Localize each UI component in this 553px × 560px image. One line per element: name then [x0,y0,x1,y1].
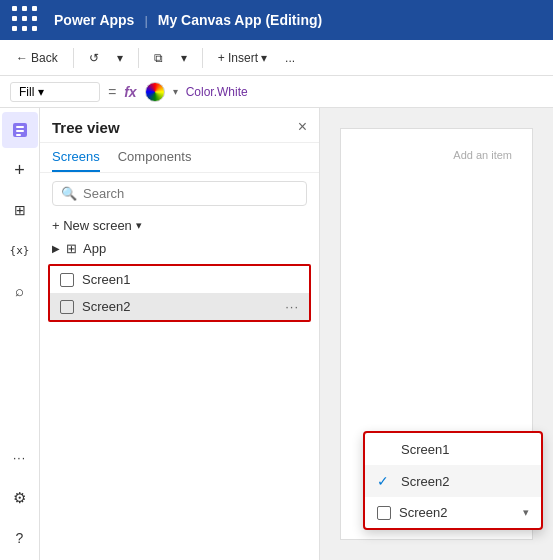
dropdown-item-screen2-nav[interactable]: Screen2 ▾ [365,497,541,528]
search-box: 🔍 [52,181,307,206]
fx-button[interactable]: fx [124,84,136,100]
screen-row-screen1[interactable]: Screen1 [50,266,309,293]
chevron-down-icon-color[interactable]: ▾ [173,86,178,97]
app-icon: ⊞ [66,241,77,256]
svg-rect-1 [16,126,24,128]
dropdown-chevron-icon: ▾ [523,506,529,519]
back-arrow-icon: ← [16,51,28,65]
screen-dropdown: Screen1 ✓ Screen2 Screen2 ▾ [363,431,543,530]
table-icon: ⊞ [14,202,26,218]
sidebar-item-data[interactable]: ⊞ [2,192,38,228]
main-layout: + ⊞ {x} ⌕ ··· ⚙ ? Tree view × Screens Co… [0,108,553,560]
check-mark-icon: ✓ [377,473,393,489]
undo-button[interactable]: ↺ [83,48,105,68]
variables-icon: {x} [10,244,30,257]
chevron-down-icon-2: ▾ [181,51,187,65]
dropdown-screen2-nav-label: Screen2 [399,505,447,520]
equals-sign: = [108,84,116,100]
fill-label: Fill [19,85,34,99]
screen2-checkbox[interactable] [60,300,74,314]
toolbar: ← Back ↺ ▾ ⧉ ▾ + Insert ▾ ... [0,40,553,76]
toolbar-sep-2 [138,48,139,68]
screen2-name: Screen2 [82,299,277,314]
sidebar-item-more[interactable]: ··· [2,440,38,476]
formula-value[interactable]: Color.White [186,85,543,99]
screen2-more-icon[interactable]: ··· [285,299,299,314]
toolbar-sep-3 [202,48,203,68]
search-icon: ⌕ [15,282,24,299]
back-label: Back [31,51,58,65]
sidebar-item-insert[interactable]: + [2,152,38,188]
layers-icon [11,121,29,139]
tree-panel-close-button[interactable]: × [298,118,307,136]
app-name: Power Apps [54,12,134,28]
toolbar-sep-1 [73,48,74,68]
tree-panel: Tree view × Screens Components 🔍 + New s… [40,108,320,560]
app-row[interactable]: ▶ ⊞ App [40,237,319,260]
more-icon: ... [285,51,295,65]
dropdown-screen2-label: Screen2 [401,474,449,489]
app-grid-icon[interactable] [12,6,40,34]
add-item-hint: Add an item [453,149,512,161]
plus-icon: + [14,160,25,181]
app-label: App [83,241,106,256]
copy-icon: ⧉ [154,51,163,65]
more-dots-icon: ··· [13,451,26,465]
screen1-name: Screen1 [82,272,299,287]
sidebar-item-variables[interactable]: {x} [2,232,38,268]
sidebar-item-settings[interactable]: ⚙ [2,480,38,516]
chevron-down-icon-3: ▾ [261,51,267,65]
screens-list: Screen1 Screen2 ··· [48,264,311,322]
chevron-down-icon: ▾ [117,51,123,65]
new-screen-chevron-icon: ▾ [136,219,142,232]
screen1-checkbox[interactable] [60,273,74,287]
canvas-area: Add an item Screen1 ✓ Screen2 Screen2 ▾ [320,108,553,560]
tab-components[interactable]: Components [118,143,192,172]
svg-rect-2 [16,130,24,132]
empty-check-icon [377,441,393,457]
dropdown-item-screen2-checked[interactable]: ✓ Screen2 [365,465,541,497]
sidebar-item-search[interactable]: ⌕ [2,272,38,308]
undo-dropdown-button[interactable]: ▾ [111,48,129,68]
fill-dropdown[interactable]: Fill ▾ [10,82,100,102]
sidebar-item-treeview[interactable] [2,112,38,148]
tab-screens[interactable]: Screens [52,143,100,172]
copy-button[interactable]: ⧉ [148,48,169,68]
top-bar: Power Apps | My Canvas App (Editing) [0,0,553,40]
tree-header: Tree view × [40,108,319,143]
screen-row-screen2[interactable]: Screen2 ··· [50,293,309,320]
color-picker[interactable] [145,82,165,102]
dropdown-screen1-label: Screen1 [401,442,449,457]
search-input[interactable] [83,186,298,201]
title-separator: | [144,13,147,28]
insert-button[interactable]: + Insert ▾ [212,48,273,68]
expand-icon: ▶ [52,243,60,254]
tree-tabs: Screens Components [40,143,319,173]
more-button[interactable]: ... [279,48,301,68]
svg-rect-3 [16,134,21,136]
undo-icon: ↺ [89,51,99,65]
tree-panel-title: Tree view [52,119,120,136]
canvas-app-name: My Canvas App (Editing) [158,12,322,28]
sidebar-item-help[interactable]: ? [2,520,38,556]
search-box-icon: 🔍 [61,186,77,201]
new-screen-button[interactable]: + New screen ▾ [40,214,319,237]
formula-bar: Fill ▾ = fx ▾ Color.White [0,76,553,108]
fill-chevron-icon: ▾ [38,85,44,99]
settings-icon: ⚙ [13,489,26,507]
back-button[interactable]: ← Back [10,48,64,68]
copy-dropdown-button[interactable]: ▾ [175,48,193,68]
dropdown-screen2-checkbox[interactable] [377,506,391,520]
dropdown-item-screen1[interactable]: Screen1 [365,433,541,465]
new-screen-label: + New screen [52,218,132,233]
insert-label: + Insert [218,51,258,65]
sidebar-icons: + ⊞ {x} ⌕ ··· ⚙ ? [0,108,40,560]
help-icon: ? [16,530,24,546]
